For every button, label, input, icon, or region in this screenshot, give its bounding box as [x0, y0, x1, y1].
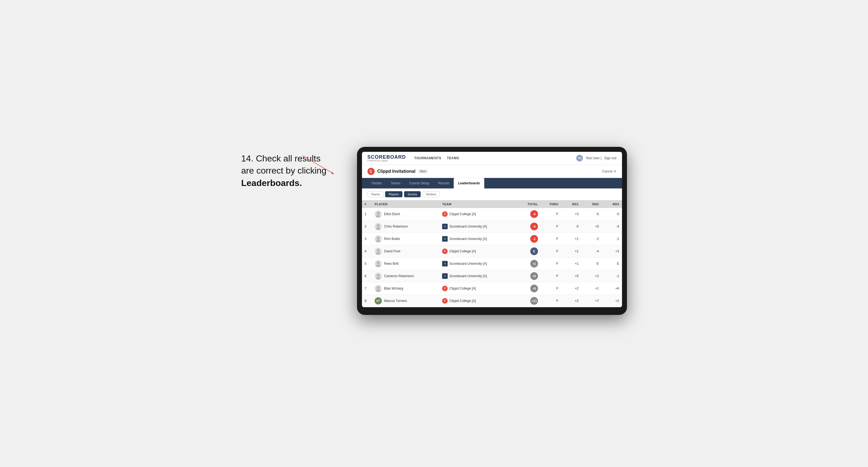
player-avatar — [375, 235, 382, 243]
table-row: 6 Cameron Robertson ≡ Scoreboard Univers… — [362, 270, 622, 282]
svg-point-2 — [377, 212, 380, 215]
cell-rd3: +2 — [601, 294, 622, 307]
cancel-button[interactable]: Cancel ✕ — [602, 169, 616, 173]
cell-player: Elliot Ebert — [372, 208, 439, 220]
cell-rank: 6 — [362, 270, 372, 282]
score-badge: -4 — [530, 223, 538, 230]
main-nav: TOURNAMENTS TEAMS — [414, 155, 568, 161]
cell-rd1: +1 — [561, 232, 582, 245]
cell-total: -2 — [514, 232, 541, 245]
page-wrapper: 14. Check all results are correct by cli… — [241, 152, 627, 315]
team-name: Scoreboard University [A] — [449, 224, 487, 228]
cell-rd3: -5 — [601, 208, 622, 220]
tablet-frame: SCOREBOARD Powered by clippd TOURNAMENTS… — [357, 147, 627, 315]
filter-players[interactable]: Players — [385, 191, 402, 197]
tab-leaderboards[interactable]: Leaderboards — [454, 178, 484, 188]
filter-scores[interactable]: Scores — [404, 191, 421, 197]
cell-rd1: +2 — [561, 282, 582, 294]
tab-details[interactable]: Details — [368, 178, 386, 188]
cell-team: C Clippd College [A] — [439, 282, 514, 294]
filter-bar: Teams Players Scores Strokes — [362, 188, 622, 200]
table-row: 1 Elliot Ebert C Clippd College [A] -8 F… — [362, 208, 622, 220]
instruction-line3: Leaderboards. — [241, 178, 302, 188]
table-row: 2 Chris Robertson ≡ Scoreboard Universit… — [362, 220, 622, 232]
player-name: Rees Britt — [384, 262, 399, 266]
cell-team: C Clippd College [A] — [439, 294, 514, 307]
cell-rd1: -5 — [561, 220, 582, 232]
player-name: Rich Butler — [384, 237, 400, 241]
tournament-logo: C — [368, 168, 375, 175]
team-logo: ≡ — [442, 273, 447, 279]
player-name: Marcus Turners — [384, 299, 407, 303]
cell-rank: 3 — [362, 232, 372, 245]
team-name: Scoreboard University [A] — [449, 262, 487, 266]
user-avatar: TU — [576, 155, 583, 161]
team-name: Clippd College [A] — [449, 286, 476, 290]
cell-rd2: -6 — [581, 208, 601, 220]
tab-results[interactable]: Results — [434, 178, 454, 188]
svg-point-5 — [376, 227, 381, 230]
tab-course-setup[interactable]: Course Setup — [405, 178, 434, 188]
cell-team: C Clippd College [A] — [439, 245, 514, 257]
cell-rd3: E — [601, 257, 622, 270]
app-header: SCOREBOARD Powered by clippd TOURNAMENTS… — [362, 152, 622, 165]
cell-rank: 8 — [362, 294, 372, 307]
team-logo: ≡ — [442, 236, 447, 242]
svg-point-7 — [376, 240, 381, 243]
cell-thru: F — [541, 220, 561, 232]
cell-rank: 2 — [362, 220, 372, 232]
svg-point-13 — [376, 277, 381, 280]
player-avatar — [375, 273, 382, 280]
user-label: Test User | — [586, 156, 601, 160]
cell-rd2: -4 — [581, 245, 601, 257]
nav-tournaments[interactable]: TOURNAMENTS — [414, 155, 441, 161]
annotation-left: 14. Check all results are correct by cli… — [241, 152, 357, 195]
cell-team: ≡ Scoreboard University [A] — [439, 232, 514, 245]
table-row: 4 David Ford C Clippd College [A] E F +1… — [362, 245, 622, 257]
cell-total: +11 — [514, 294, 541, 307]
nav-teams[interactable]: TEAMS — [447, 155, 459, 161]
player-name: Chris Robertson — [384, 224, 408, 228]
player-avatar — [375, 260, 382, 267]
svg-text:MT: MT — [376, 300, 380, 303]
tablet-screen: SCOREBOARD Powered by clippd TOURNAMENTS… — [362, 152, 622, 307]
cell-rank: 4 — [362, 245, 372, 257]
score-badge: +11 — [530, 297, 538, 305]
cell-total: -8 — [514, 208, 541, 220]
logo-sub: Powered by clippd — [368, 159, 406, 162]
col-header-thru: THRU — [541, 200, 561, 208]
team-name: Clippd College [A] — [449, 212, 476, 216]
cell-thru: F — [541, 257, 561, 270]
col-header-rd2: RD2 — [581, 200, 601, 208]
tournament-name: Clippd Invitational — [377, 169, 416, 174]
score-badge: E — [530, 247, 538, 255]
instruction-text: 14. Check all results are correct by cli… — [241, 152, 357, 189]
col-header-player: PLAYER — [372, 200, 439, 208]
col-header-rd1: RD1 — [561, 200, 582, 208]
cell-rd3: -1 — [601, 270, 622, 282]
svg-point-12 — [377, 274, 380, 277]
team-name: Clippd College [A] — [449, 299, 476, 303]
logo-text: SCOREBOARD — [368, 155, 406, 159]
col-header-rank: # — [362, 200, 372, 208]
cell-thru: F — [541, 232, 561, 245]
score-badge: +6 — [530, 272, 538, 280]
cell-team: C Clippd College [A] — [439, 208, 514, 220]
filter-strokes[interactable]: Strokes — [422, 191, 440, 197]
sign-out-link[interactable]: Sign out — [604, 156, 616, 160]
tournament-title-area: C Clippd Invitational Men — [368, 168, 428, 175]
tab-teams[interactable]: Teams — [386, 178, 405, 188]
svg-point-8 — [377, 249, 380, 252]
filter-teams[interactable]: Teams — [368, 191, 383, 197]
cell-total: +9 — [514, 282, 541, 294]
team-logo: ≡ — [442, 224, 447, 229]
cell-team: ≡ Scoreboard University [A] — [439, 220, 514, 232]
cell-rd2: E — [581, 257, 601, 270]
cell-team: ≡ Scoreboard University [A] — [439, 257, 514, 270]
cell-rd2: +7 — [581, 294, 601, 307]
cell-total: +1 — [514, 257, 541, 270]
team-logo: C — [442, 286, 447, 291]
team-logo: C — [442, 211, 447, 217]
cell-rd3: +3 — [601, 245, 622, 257]
leaderboard-table-container: # PLAYER TEAM TOTAL THRU RD1 RD2 RD3 — [362, 200, 622, 307]
